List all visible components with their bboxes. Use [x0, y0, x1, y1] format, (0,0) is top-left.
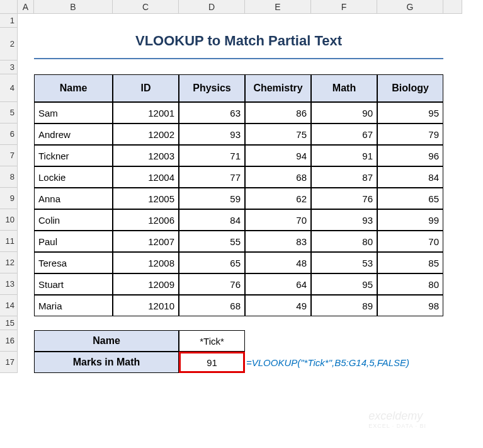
col-header-F[interactable]: F	[311, 0, 377, 14]
cell[interactable]: 48	[245, 252, 311, 273]
cell[interactable]: Andrew	[34, 123, 113, 145]
cell[interactable]: 68	[179, 295, 245, 316]
cell[interactable]: 95	[311, 273, 377, 295]
cell[interactable]: 55	[179, 231, 245, 252]
cell[interactable]: 12010	[113, 295, 179, 316]
cell[interactable]: 67	[311, 123, 377, 145]
cell[interactable]: 96	[377, 145, 443, 166]
cell[interactable]: 79	[377, 123, 443, 145]
row-header[interactable]: 9	[0, 188, 18, 209]
cell[interactable]: 59	[179, 188, 245, 209]
lookup-marks-label[interactable]: Marks in Math	[34, 352, 179, 373]
row-header[interactable]: 13	[0, 273, 18, 295]
corner-cell[interactable]	[0, 0, 18, 14]
row-header[interactable]: 3	[0, 60, 18, 74]
cell[interactable]: 80	[377, 273, 443, 295]
cell[interactable]: 12009	[113, 273, 179, 295]
cell[interactable]: 12008	[113, 252, 179, 273]
col-math[interactable]: Math	[311, 74, 377, 102]
cell[interactable]: 89	[311, 295, 377, 316]
col-chemistry[interactable]: Chemistry	[245, 74, 311, 102]
cell[interactable]: Colin	[34, 209, 113, 231]
cell[interactable]: Paul	[34, 231, 113, 252]
cell[interactable]: 84	[377, 166, 443, 188]
cell[interactable]: 62	[245, 188, 311, 209]
col-header-A[interactable]: A	[18, 0, 34, 14]
watermark-sub: EXCEL · DATA · BI	[368, 423, 426, 429]
row-header[interactable]: 2	[0, 28, 18, 60]
cell[interactable]: 91	[311, 145, 377, 166]
cell[interactable]: 90	[311, 102, 377, 123]
cell[interactable]: 83	[245, 231, 311, 252]
row-header[interactable]: 10	[0, 209, 18, 231]
cell[interactable]: 70	[245, 209, 311, 231]
cell[interactable]: 12003	[113, 145, 179, 166]
cell[interactable]: 63	[179, 102, 245, 123]
lookup-name-label[interactable]: Name	[34, 330, 179, 352]
cell[interactable]: Stuart	[34, 273, 113, 295]
col-header-ext[interactable]	[443, 0, 462, 14]
col-header-D[interactable]: D	[179, 0, 245, 14]
row-header[interactable]: 1	[0, 14, 18, 28]
cell[interactable]: Lockie	[34, 166, 113, 188]
row-header[interactable]: 14	[0, 295, 18, 316]
cell[interactable]: 94	[245, 145, 311, 166]
cell[interactable]: Anna	[34, 188, 113, 209]
cell[interactable]: 75	[245, 123, 311, 145]
cell[interactable]: 68	[245, 166, 311, 188]
cell[interactable]: 49	[245, 295, 311, 316]
cell[interactable]: 65	[179, 252, 245, 273]
cell[interactable]: 76	[311, 188, 377, 209]
cell[interactable]: 84	[179, 209, 245, 231]
cell[interactable]: 93	[311, 209, 377, 231]
lookup-result-cell[interactable]: 91	[179, 352, 245, 373]
cell[interactable]: 99	[377, 209, 443, 231]
cell[interactable]: 12005	[113, 188, 179, 209]
col-header-E[interactable]: E	[245, 0, 311, 14]
spreadsheet[interactable]: A B C D E F G 1 2 VLOOKUP to Match Parti…	[0, 0, 483, 398]
col-header-G[interactable]: G	[377, 0, 443, 14]
cell[interactable]: 77	[179, 166, 245, 188]
row-header[interactable]: 16	[0, 330, 18, 352]
cell[interactable]: 98	[377, 295, 443, 316]
cell[interactable]: 85	[377, 252, 443, 273]
cell[interactable]: 64	[245, 273, 311, 295]
cell[interactable]: 80	[311, 231, 377, 252]
cell[interactable]: 70	[377, 231, 443, 252]
cell[interactable]: Tickner	[34, 145, 113, 166]
cell[interactable]: Sam	[34, 102, 113, 123]
cell[interactable]: 71	[179, 145, 245, 166]
row-header[interactable]: 8	[0, 166, 18, 188]
row-header[interactable]: 15	[0, 316, 18, 330]
col-biology[interactable]: Biology	[377, 74, 443, 102]
cell[interactable]: 93	[179, 123, 245, 145]
col-header-C[interactable]: C	[113, 0, 179, 14]
row-header[interactable]: 11	[0, 231, 18, 252]
cell[interactable]: 12001	[113, 102, 179, 123]
row-header[interactable]: 7	[0, 145, 18, 166]
cell[interactable]: 12007	[113, 231, 179, 252]
row-header[interactable]: 6	[0, 123, 18, 145]
cell[interactable]: 95	[377, 102, 443, 123]
row-header[interactable]: 5	[0, 102, 18, 123]
cell[interactable]: 12004	[113, 166, 179, 188]
page-title: VLOOKUP to Match Partial Text	[34, 28, 443, 59]
watermark-main: exceldemy	[368, 410, 423, 422]
cell[interactable]: 86	[245, 102, 311, 123]
cell[interactable]: 12002	[113, 123, 179, 145]
col-header-B[interactable]: B	[34, 0, 113, 14]
cell[interactable]: 12006	[113, 209, 179, 231]
col-name[interactable]: Name	[34, 74, 113, 102]
cell[interactable]: 87	[311, 166, 377, 188]
cell[interactable]: 76	[179, 273, 245, 295]
col-id[interactable]: ID	[113, 74, 179, 102]
col-physics[interactable]: Physics	[179, 74, 245, 102]
cell[interactable]: 53	[311, 252, 377, 273]
row-header[interactable]: 4	[0, 74, 18, 102]
cell[interactable]: 65	[377, 188, 443, 209]
row-header[interactable]: 12	[0, 252, 18, 273]
cell[interactable]: Teresa	[34, 252, 113, 273]
cell[interactable]: Maria	[34, 295, 113, 316]
lookup-name-value[interactable]: *Tick*	[179, 330, 245, 352]
row-header[interactable]: 17	[0, 352, 18, 373]
